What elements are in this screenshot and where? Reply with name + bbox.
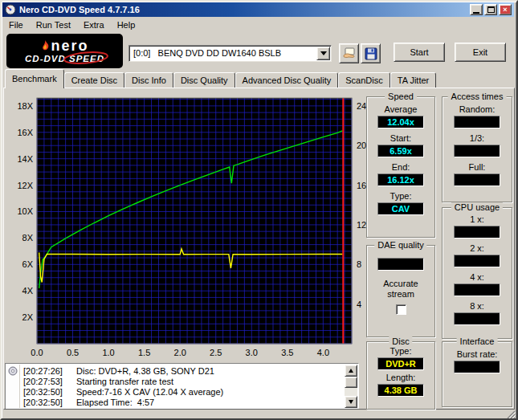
menu-help[interactable]: Help (111, 18, 142, 31)
disc-length-label: Length: (386, 373, 416, 383)
minimize-button[interactable] (470, 4, 483, 15)
tab-create-disc[interactable]: Create Disc (64, 72, 124, 88)
cpu-1x-label: 1 x: (470, 214, 484, 225)
svg-text:12: 12 (357, 220, 366, 230)
nero-flame-icon (40, 40, 51, 52)
toolbar: nero CD-DVD SPEED [0:0] BENQ DVD DD DW16… (2, 32, 514, 71)
title-bar[interactable]: Nero CD-DVD Speed 4.7.7.16 × (2, 2, 514, 17)
svg-text:1.0: 1.0 (102, 348, 114, 357)
dae-quality-panel: DAE quality Accurate stream (366, 245, 435, 337)
cpu-1x-value (454, 226, 500, 239)
close-button[interactable]: × (499, 4, 512, 15)
cpu-4x-label: 4 x: (470, 272, 484, 283)
speed-start-value: 6.59x (377, 145, 424, 157)
start-button[interactable]: Start (394, 43, 445, 62)
drive-selector-value: [0:0] BENQ DVD DD DW1640 BSLB (129, 46, 331, 61)
speed-panel-title: Speed (385, 92, 417, 101)
svg-text:16: 16 (357, 181, 366, 190)
svg-text:4: 4 (357, 300, 361, 309)
save-button[interactable] (361, 43, 381, 63)
cpu-2x-label: 2 x: (470, 243, 484, 254)
hand-card-icon (342, 47, 357, 61)
svg-text:18X: 18X (17, 101, 33, 111)
app-icon (5, 4, 16, 15)
cpu-8x-value (454, 312, 500, 325)
tab-disc-info[interactable]: Disc Info (124, 72, 173, 88)
tab-ta-jitter[interactable]: TA Jitter (390, 72, 437, 88)
svg-text:14X: 14X (17, 154, 33, 164)
svg-text:4X: 4X (22, 286, 34, 296)
svg-text:6X: 6X (22, 259, 34, 269)
speed-panel: Speed Average12.04x Start:6.59x End:16.1… (366, 96, 435, 238)
access-full-label: Full: (469, 162, 486, 173)
drive-selector[interactable]: [0:0] BENQ DVD DD DW1640 BSLB (128, 45, 332, 62)
cpu-4x-value (454, 283, 500, 296)
burst-rate-value (454, 361, 500, 373)
access-full-value (454, 173, 500, 186)
svg-text:10X: 10X (17, 206, 33, 216)
dae-quality-value (377, 258, 424, 271)
interface-title: Interface (457, 336, 498, 346)
speed-average-value: 12.04x (377, 116, 424, 128)
floppy-save-icon (365, 47, 377, 60)
access-third-value (454, 145, 500, 157)
menu-file[interactable]: File (2, 18, 30, 31)
maximize-button[interactable] (484, 4, 497, 15)
svg-text:3.0: 3.0 (246, 348, 258, 357)
disc-type-value: DVD+R (377, 357, 424, 370)
tab-advanced-disc-quality[interactable]: Advanced Disc Quality (235, 72, 339, 88)
minimize-icon (473, 12, 479, 14)
disc-length-value: 4.38 GB (377, 384, 424, 397)
close-icon: × (503, 6, 507, 14)
access-third-label: 1/3: (470, 133, 484, 144)
exit-button[interactable]: Exit (455, 43, 506, 62)
options-button[interactable] (339, 43, 359, 63)
disc-type-label: Type: (390, 346, 412, 357)
svg-text:2.5: 2.5 (210, 348, 222, 357)
svg-text:2X: 2X (22, 312, 34, 322)
speed-type-label: Type: (390, 191, 412, 202)
app-window: Nero CD-DVD Speed 4.7.7.16 × File Run Te… (0, 0, 518, 420)
cpu-usage-title: CPU usage (451, 202, 503, 212)
logo-brand-text: nero (51, 39, 88, 52)
benchmark-chart: 2X4X6X8X10X12X14X16X18X48121620240.00.51… (5, 93, 374, 363)
nero-logo: nero CD-DVD SPEED (6, 34, 123, 68)
status-bar (2, 410, 516, 418)
menu-bar: File Run Test Extra Help (2, 17, 514, 32)
interface-panel: Interface Burst rate: (442, 341, 512, 407)
maximize-icon (487, 6, 495, 13)
svg-text:4.0: 4.0 (317, 348, 329, 357)
speed-end-value: 16.12x (377, 173, 424, 186)
svg-text:2.0: 2.0 (174, 348, 186, 357)
access-random-label: Random: (459, 104, 496, 115)
cpu-8x-label: 8 x: (470, 301, 484, 312)
menu-extra[interactable]: Extra (77, 18, 111, 31)
svg-text:20: 20 (357, 141, 366, 150)
accurate-stream-label2: stream (387, 289, 414, 300)
tab-strip: Benchmark Create Disc Disc Info Disc Qua… (5, 69, 436, 88)
disc-panel: Disc Type:DVD+R Length:4.38 GB (366, 341, 435, 410)
accurate-stream-checkbox[interactable] (396, 304, 406, 315)
svg-text:8X: 8X (22, 233, 34, 243)
svg-text:0.0: 0.0 (31, 348, 43, 357)
cpu-2x-value (454, 255, 500, 267)
tab-disc-quality[interactable]: Disc Quality (173, 72, 235, 88)
window-title: Nero CD-DVD Speed 4.7.7.16 (19, 5, 140, 14)
svg-text:12X: 12X (17, 181, 33, 190)
tab-benchmark[interactable]: Benchmark (5, 69, 64, 88)
disc-panel-title: Disc (389, 336, 412, 346)
chevron-down-icon (320, 51, 327, 59)
speed-type-value: CAV (377, 202, 424, 215)
resize-grip[interactable] (506, 410, 516, 418)
logo-product-text: CD-DVD SPEED (25, 54, 104, 63)
accurate-stream-label: Accurate (383, 279, 418, 289)
access-times-panel: Access times Random: 1/3: Full: (442, 96, 512, 202)
tab-scandisc[interactable]: ScanDisc (338, 72, 390, 88)
speed-start-label: Start: (390, 133, 411, 144)
speed-average-label: Average (385, 104, 418, 115)
svg-text:24: 24 (357, 101, 366, 111)
menu-run-test[interactable]: Run Test (30, 18, 77, 31)
drive-selector-dropdown-button[interactable] (316, 47, 330, 60)
burst-rate-label: Burst rate: (457, 349, 498, 360)
cpu-usage-panel: CPU usage 1 x: 2 x: 4 x: 8 x: (442, 207, 512, 339)
